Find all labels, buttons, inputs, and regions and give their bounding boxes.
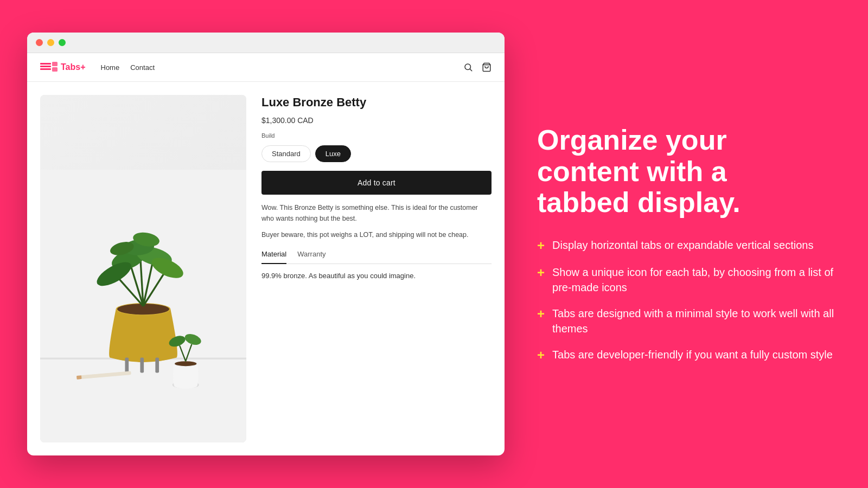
svg-rect-3 xyxy=(52,62,58,66)
variant-buttons: Standard Luxe xyxy=(261,145,492,162)
feature-item-3: + Tabs are designed with a minimal style… xyxy=(537,306,841,336)
nav-actions xyxy=(463,62,492,72)
feature-item-4: + Tabs are developer-friendly if you wan… xyxy=(537,347,841,363)
product-tabs: Material Warranty 99.9% bronze. As beaut… xyxy=(261,250,492,282)
headline-line1: Organize your xyxy=(537,124,727,156)
feature-item-1: + Display horizontal tabs or expandable … xyxy=(537,237,841,254)
nav-contact[interactable]: Contact xyxy=(130,63,155,72)
svg-rect-36 xyxy=(76,375,81,379)
svg-rect-14 xyxy=(140,358,144,373)
brand-icon xyxy=(40,61,58,74)
svg-point-5 xyxy=(465,64,471,70)
svg-point-30 xyxy=(175,361,196,366)
product-title: Luxe Bronze Betty xyxy=(261,95,492,111)
product-price: $1,300.00 CAD xyxy=(261,116,492,125)
product-description: Wow. This Bronze Betty is something else… xyxy=(261,202,492,240)
tabs-nav: Material Warranty xyxy=(261,250,492,264)
traffic-light-green[interactable] xyxy=(59,39,66,46)
brand-name: Tabs+ xyxy=(61,62,86,72)
add-to-cart-button[interactable]: Add to cart xyxy=(261,171,492,195)
nav-links: Home Contact xyxy=(101,63,155,72)
cart-icon[interactable] xyxy=(482,62,492,72)
feature-plus-2: + xyxy=(537,265,545,281)
headline: Organize your content with a tabbed disp… xyxy=(537,125,841,218)
traffic-light-yellow[interactable] xyxy=(47,39,54,46)
product-details: Luxe Bronze Betty $1,300.00 CAD Build St… xyxy=(261,95,492,442)
svg-rect-2 xyxy=(40,68,51,70)
variant-luxe[interactable]: Luxe xyxy=(315,145,351,162)
tab-warranty[interactable]: Warranty xyxy=(297,250,326,260)
feature-text-4: Tabs are developer-friendly if you want … xyxy=(552,347,833,362)
svg-rect-0 xyxy=(40,63,51,65)
feature-text-2: Show a unique icon for each tab, by choo… xyxy=(552,265,841,295)
headline-line3: tabbed display. xyxy=(537,187,741,218)
tab-material[interactable]: Material xyxy=(261,250,286,264)
browser-chrome xyxy=(27,33,505,53)
headline-line2: content with a xyxy=(537,156,727,187)
product-image-area xyxy=(40,95,246,442)
feature-text-3: Tabs are designed with a minimal style t… xyxy=(552,306,841,336)
svg-rect-4 xyxy=(52,67,58,72)
traffic-light-red[interactable] xyxy=(36,39,43,46)
feature-item-2: + Show a unique icon for each tab, by ch… xyxy=(537,265,841,295)
feature-plus-1: + xyxy=(537,238,545,254)
browser-window: Tabs+ Home Contact xyxy=(27,33,505,455)
nav-home[interactable]: Home xyxy=(101,63,120,72)
search-icon[interactable] xyxy=(463,62,473,72)
left-panel: Tabs+ Home Contact xyxy=(0,0,526,488)
brand: Tabs+ xyxy=(40,61,86,74)
svg-rect-15 xyxy=(155,358,159,373)
tab-content: 99.9% bronze. As beautiful as you could … xyxy=(261,264,492,282)
product-page: Luxe Bronze Betty $1,300.00 CAD Build St… xyxy=(27,82,505,455)
feature-plus-4: + xyxy=(537,348,545,363)
build-label: Build xyxy=(261,132,492,139)
right-panel: Organize your content with a tabbed disp… xyxy=(526,0,868,488)
features-list: + Display horizontal tabs or expandable … xyxy=(537,237,841,363)
description-line-1: Wow. This Bronze Betty is something else… xyxy=(261,202,492,224)
feature-text-1: Display horizontal tabs or expandable ve… xyxy=(552,237,813,253)
feature-plus-3: + xyxy=(537,306,545,322)
svg-line-6 xyxy=(470,69,471,70)
svg-rect-1 xyxy=(40,66,51,67)
product-image xyxy=(40,95,246,442)
description-line-2: Buyer beware, this pot weighs a LOT, and… xyxy=(261,229,492,240)
variant-standard[interactable]: Standard xyxy=(261,145,311,162)
navbar: Tabs+ Home Contact xyxy=(27,53,505,82)
svg-rect-13 xyxy=(125,358,129,373)
browser-content: Tabs+ Home Contact xyxy=(27,53,505,455)
